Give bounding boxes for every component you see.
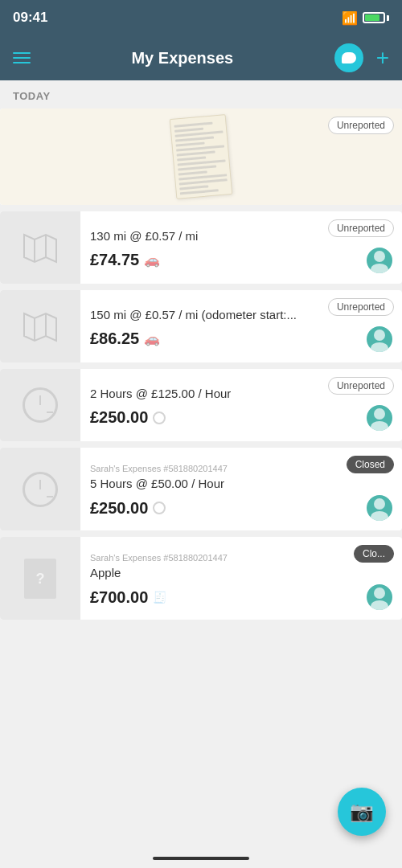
- receipt-question-icon: [24, 559, 56, 599]
- expense-subtitle-6: Sarah's Expenses #581880201447: [90, 553, 392, 563]
- app-header: My Expenses +: [0, 35, 402, 80]
- avatar-6: [367, 584, 392, 610]
- expense-content-4: Unreported 2 Hours @ £125.00 / Hour £250…: [80, 375, 402, 441]
- expense-image-4: [0, 369, 80, 441]
- map-icon: [21, 228, 59, 267]
- add-button[interactable]: +: [376, 47, 389, 69]
- expense-image-6: [0, 537, 80, 620]
- expense-amount-5: £250.00: [90, 499, 166, 518]
- bottom-home-indicator: [153, 857, 249, 860]
- avatar-4: [367, 405, 392, 431]
- expense-card-2[interactable]: Unreported 130 mi @ £0.57 / mi £74.75 🚗: [0, 211, 402, 284]
- expense-image-3: [0, 290, 80, 362]
- map-icon-3: [21, 307, 59, 346]
- expense-card-4[interactable]: Unreported 2 Hours @ £125.00 / Hour £250…: [0, 369, 402, 441]
- expense-amount-2: £74.75 🚗: [90, 251, 160, 269]
- expense-card-6[interactable]: Sarah's Expenses #581880201447 Clo... Ap…: [0, 537, 402, 620]
- clock-small-icon-5: [153, 502, 166, 514]
- expense-badge-6: Clo...: [354, 545, 394, 563]
- battery-icon: [363, 12, 389, 23]
- wifi-icon: 📶: [342, 10, 358, 26]
- page-title: My Expenses: [131, 49, 233, 68]
- receipt-small-icon: 🧾: [153, 591, 166, 604]
- chat-button[interactable]: [334, 43, 363, 72]
- section-today: TODAY: [0, 80, 402, 108]
- expense-badge-2: Unreported: [328, 219, 394, 237]
- menu-button[interactable]: [13, 52, 31, 63]
- car-icon-3: 🚗: [144, 331, 160, 346]
- expense-badge-4: Unreported: [328, 377, 394, 395]
- expense-content-5: Sarah's Expenses #581880201447 Closed 5 …: [80, 454, 402, 530]
- expense-content-6: Sarah's Expenses #581880201447 Clo... Ap…: [80, 543, 402, 620]
- car-icon-2: 🚗: [144, 252, 160, 268]
- avatar-2: [367, 248, 392, 273]
- status-bar: 09:41 📶: [0, 0, 402, 35]
- clock-small-icon-4: [153, 411, 166, 424]
- avatar-5: [367, 495, 392, 521]
- expense-description-5: 5 Hours @ £50.00 / Hour: [90, 477, 392, 490]
- expense-badge-1: Unreported: [328, 117, 394, 134]
- menu-line-1: [13, 52, 31, 54]
- expense-badge-3: Unreported: [328, 298, 394, 316]
- status-time: 09:41: [13, 10, 47, 26]
- clock-icon-5: [23, 472, 58, 507]
- expense-card-1[interactable]: Unreported SmartScanning This takes a sh…: [0, 108, 402, 205]
- header-actions: +: [334, 43, 389, 72]
- status-icons: 📶: [342, 10, 389, 26]
- camera-icon: 📷: [350, 800, 374, 823]
- menu-line-2: [13, 57, 31, 59]
- expense-content-2: Unreported 130 mi @ £0.57 / mi £74.75 🚗: [80, 218, 402, 284]
- expense-amount-6: £700.00 🧾: [90, 588, 166, 607]
- clock-icon-4: [23, 387, 58, 423]
- expense-description-6: Apple: [90, 566, 392, 579]
- expense-card-5[interactable]: Sarah's Expenses #581880201447 Closed 5 …: [0, 448, 402, 530]
- expense-badge-5: Closed: [347, 456, 394, 473]
- menu-line-3: [13, 62, 31, 63]
- avatar-3: [367, 326, 392, 352]
- expense-card-3[interactable]: Unreported 150 mi @ £0.57 / mi (odometer…: [0, 290, 402, 362]
- expense-content-3: Unreported 150 mi @ £0.57 / mi (odometer…: [80, 297, 402, 362]
- expense-image-2: [0, 211, 80, 284]
- expense-amount-4: £250.00: [90, 408, 166, 427]
- expense-image-5: [0, 448, 80, 530]
- camera-fab-button[interactable]: 📷: [338, 788, 386, 836]
- expense-amount-3: £86.25 🚗: [90, 330, 160, 348]
